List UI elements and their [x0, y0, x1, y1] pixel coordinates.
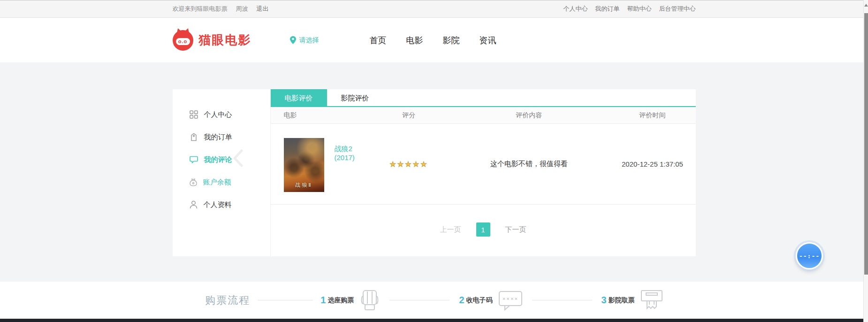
sidebar-item-label: 个人中心	[204, 110, 232, 119]
topbar-link-help-center[interactable]: 帮助中心	[627, 5, 652, 13]
main-area: 个人中心 我的订单 我的评论	[0, 62, 868, 282]
location-pin-icon	[290, 36, 296, 44]
column-header-content: 评价内容	[449, 111, 609, 120]
sidebar-item-label: 我的订单	[204, 133, 232, 142]
movie-title-link[interactable]: 战狼2 (2017)	[335, 145, 369, 204]
flow-step-code: 2 收电子码 ××××	[459, 290, 522, 311]
column-header-movie: 电影	[271, 111, 369, 120]
footer: 购票流程 1 选座购票 2	[0, 282, 868, 319]
ticket-machine-icon	[640, 290, 663, 311]
page-1-button[interactable]: 1	[476, 222, 490, 237]
next-page-button[interactable]: 下一页	[505, 225, 526, 234]
divider-line	[532, 300, 592, 300]
review-row: 战狼Ⅱ 战狼2 (2017) ★★★★★ 这个电影不错，很值得看 2020-12…	[271, 124, 696, 205]
nav-cinemas[interactable]: 影院	[443, 35, 460, 46]
review-content: 这个电影不错，很值得看	[490, 160, 568, 169]
step-label: 选座购票	[327, 296, 354, 305]
logo-text: 猫眼电影	[199, 32, 251, 48]
step-number: 3	[602, 295, 607, 306]
sidebar-item-my-comments[interactable]: 我的评论	[173, 148, 270, 171]
sidebar-item-label: 账户余额	[203, 178, 231, 187]
cat-face-icon: o.o	[173, 30, 193, 51]
tab-bar: 电影评价 影院评价	[271, 89, 696, 107]
site-header: o.o 猫眼电影 请选择 首页 电影 影院 资讯	[0, 18, 868, 62]
nav-news[interactable]: 资讯	[480, 35, 496, 46]
scroll-up-icon[interactable]	[864, 4, 868, 7]
active-item-chevron-icon	[233, 149, 243, 167]
divider-line	[389, 300, 449, 300]
sidebar-item-account-balance[interactable]: 账户余额	[173, 171, 270, 193]
purchase-flow: 购票流程 1 选座购票 2	[205, 290, 662, 311]
sidebar-item-my-orders[interactable]: 我的订单	[173, 126, 270, 148]
reviews-panel: 电影评价 影院评价 电影 评分 评价内容 评价时间 战狼Ⅱ 战狼2 (2017)	[271, 89, 696, 256]
poster-caption: 战狼Ⅱ	[284, 182, 324, 189]
star-rating: ★★★★★	[389, 160, 428, 169]
sidebar-item-profile[interactable]: 个人资料	[173, 193, 270, 216]
order-tag-icon	[190, 133, 198, 141]
topbar-link-admin-center[interactable]: 后台管理中心	[659, 5, 696, 13]
divider-line	[258, 300, 313, 300]
sidebar-item-personal-center[interactable]: 个人中心	[173, 103, 270, 126]
page: 欢迎来到猫眼电影票 周波 退出 个人中心 我的订单 帮助中心 后台管理中心 o.…	[0, 0, 868, 322]
city-selector[interactable]: 请选择	[290, 36, 319, 45]
scrollbar[interactable]	[863, 0, 868, 322]
user-icon	[190, 200, 198, 209]
topbar-link-personal-center[interactable]: 个人中心	[563, 5, 588, 13]
cat-eyes: o.o	[176, 38, 190, 45]
table-header: 电影 评分 评价内容 评价时间	[271, 107, 696, 124]
purse-icon	[190, 178, 197, 186]
sidebar-item-label: 我的评论	[204, 155, 232, 164]
column-header-rating: 评分	[369, 111, 449, 120]
step-label: 收电子码	[466, 296, 493, 305]
user-center-card: 个人中心 我的订单 我的评论	[173, 89, 696, 256]
column-header-time: 评价时间	[609, 111, 696, 120]
sidebar: 个人中心 我的订单 我的评论	[173, 89, 271, 256]
flow-title: 购票流程	[205, 293, 250, 307]
grid-icon	[190, 110, 198, 119]
city-label: 请选择	[299, 36, 319, 45]
logout-link[interactable]: 退出	[257, 5, 269, 13]
comment-icon	[190, 156, 198, 164]
nav-movies[interactable]: 电影	[406, 35, 423, 46]
topbar-link-my-orders[interactable]: 我的订单	[595, 5, 620, 13]
top-bar: 欢迎来到猫眼电影票 周波 退出 个人中心 我的订单 帮助中心 后台管理中心	[0, 0, 868, 18]
tab-cinema-reviews[interactable]: 影院评价	[327, 89, 383, 106]
flow-step-pickup: 3 影院取票	[602, 290, 663, 311]
tab-movie-reviews[interactable]: 电影评价	[271, 89, 327, 106]
welcome-text: 欢迎来到猫眼电影票	[173, 5, 228, 13]
step-label: 影院取票	[609, 296, 635, 305]
main-nav: 首页 电影 影院 资讯	[370, 35, 496, 46]
username: 周波	[236, 5, 248, 13]
floating-timer-widget[interactable]: --:--	[796, 242, 823, 269]
pagination: 上一页 1 下一页	[271, 222, 696, 237]
nav-home[interactable]: 首页	[370, 35, 387, 46]
bubble-code-text: ××××	[502, 296, 518, 302]
maoyan-logo[interactable]: o.o 猫眼电影	[173, 30, 251, 51]
step-number: 1	[320, 295, 326, 306]
movie-poster[interactable]: 战狼Ⅱ	[284, 138, 324, 192]
message-icon: ××××	[498, 290, 523, 311]
scrollbar-thumb[interactable]	[864, 13, 868, 275]
timer-display: --:--	[799, 253, 820, 260]
sidebar-item-label: 个人资料	[204, 200, 232, 209]
bottom-dark-bar	[0, 319, 868, 322]
review-time: 2020-12-25 1:37:05	[622, 160, 683, 168]
seat-icon	[359, 290, 380, 311]
step-number: 2	[459, 295, 464, 306]
flow-step-seat: 1 选座购票	[320, 290, 380, 311]
prev-page-button[interactable]: 上一页	[440, 225, 461, 234]
